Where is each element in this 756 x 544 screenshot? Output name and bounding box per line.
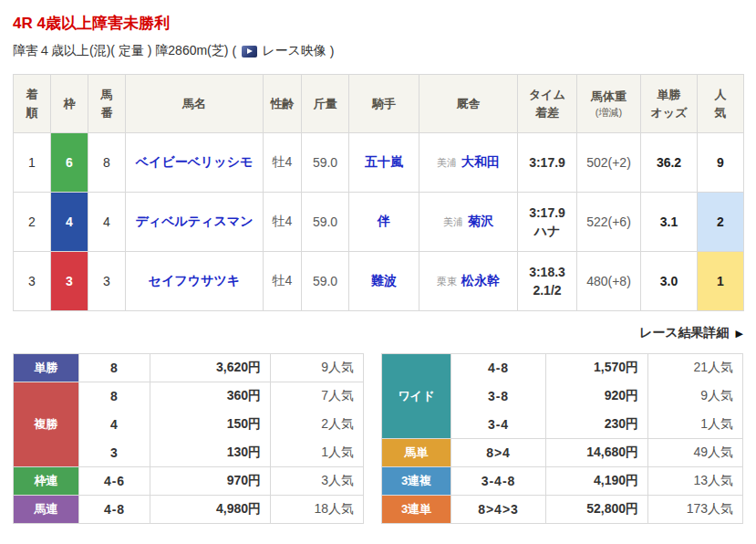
payout-row-fukusho-1: 複勝 8 360円 7人気 [14,382,364,411]
carried-weight: 59.0 [302,133,349,193]
paren-open: ( [232,44,236,58]
payout-combination: 8 [79,382,150,411]
payout-popularity: 2人気 [271,411,364,439]
payout-combination: 8 [79,354,150,382]
payout-row-umaren: 馬連 4-8 4,980円 18人気 [14,496,364,524]
time-margin: 3:17.9 [518,133,577,193]
col-stable: 厩舎 [419,75,518,133]
jockey-cell: 伴 [349,193,419,252]
payout-popularity: 9人気 [648,382,743,411]
payout-popularity: 7人気 [271,382,364,411]
payout-popularity: 173人気 [648,496,743,524]
payout-combination: 4-6 [79,467,150,496]
payout-popularity: 13人気 [648,467,743,496]
payout-combination: 3-4-8 [451,467,546,496]
popularity: 9 [698,133,744,193]
payout-amount: 920円 [546,382,648,411]
payout-popularity: 49人気 [648,439,743,467]
payout-amount: 14,680円 [546,439,648,467]
bet-type-trifecta: 3連単 [382,496,451,524]
result-row-2: 2 4 4 ディベルティスマン 牡4 59.0 伴 美浦菊沢 3:17.9ハナ … [14,193,744,252]
result-row-3: 3 3 3 セイフウサツキ 牡4 59.0 難波 栗東松永幹 3:18.32.1… [14,252,744,311]
payout-amount: 970円 [150,467,271,496]
horse-name-link[interactable]: セイフウサツキ [149,273,240,288]
bet-type-trio: 3連複 [382,467,451,496]
finish-position: 3 [14,252,51,311]
sex-age: 牡4 [264,252,302,311]
results-header-row: 着順 枠 馬番 馬名 性齢 斤量 騎手 厩舎 タイム着差 馬体重(増減) 単勝オ… [14,75,744,133]
stable-cell: 栗東松永幹 [419,252,518,311]
finish-position: 1 [14,133,51,193]
jockey-link[interactable]: 難波 [371,273,397,288]
bet-type-exacta: 馬単 [382,439,451,467]
horse-number: 8 [88,133,126,193]
horse-number: 3 [88,252,126,311]
detail-link-row: レース結果詳細▶ [13,325,743,341]
trainer-link[interactable]: 大和田 [461,154,500,169]
body-weight: 522(+6) [577,193,641,252]
payout-popularity: 3人気 [271,467,364,496]
payout-table-right: ワイド 4-8 1,570円 21人気 3-8 920円 9人気 3-4 230… [381,353,743,524]
popularity: 2 [698,193,744,252]
race-conditions-line: 障害４歳以上(混)( 定量 ) 障2860m(芝) ( レース映像 ) [13,43,743,59]
payout-combination: 4-8 [451,354,546,382]
col-finish: 着順 [14,75,51,133]
sex-age: 牡4 [264,193,302,252]
stable-region: 美浦 [437,157,457,168]
win-odds: 3.1 [641,193,698,252]
jockey-cell: 難波 [349,252,419,311]
jockey-link[interactable]: 五十嵐 [365,154,403,169]
payout-popularity: 18人気 [271,496,364,524]
payout-combination: 3 [79,439,150,467]
payout-row-sanrenpuku: 3連複 3-4-8 4,190円 13人気 [382,467,743,496]
win-odds: 36.2 [641,133,698,193]
race-results-table: 着順 枠 馬番 馬名 性齢 斤量 騎手 厩舎 タイム着差 馬体重(増減) 単勝オ… [13,74,744,311]
col-popularity: 人気 [698,75,744,133]
result-row-1: 1 6 8 ベイビーベリッシモ 牡4 59.0 五十嵐 美浦大和田 3:17.9… [14,133,744,193]
bet-type-win: 単勝 [14,354,79,382]
bet-type-quinella: 馬連 [14,496,79,524]
carried-weight: 59.0 [302,193,349,252]
payout-amount: 52,800円 [546,496,648,524]
jockey-cell: 五十嵐 [349,133,419,193]
race-result-detail-link[interactable]: レース結果詳細▶ [639,325,743,340]
trainer-link[interactable]: 松永幹 [461,273,500,288]
payout-popularity: 21人気 [648,354,743,382]
race-video-link[interactable]: レース映像 [240,43,326,59]
payout-popularity: 1人気 [648,411,743,439]
payout-popularity: 9人気 [271,354,364,382]
payout-combination: 3-4 [451,411,546,439]
payout-combination: 4-8 [79,496,150,524]
col-weight: 斤量 [302,75,349,133]
payout-table-left: 単勝 8 3,620円 9人気 複勝 8 360円 7人気 4 150円 2人気… [13,353,364,524]
horse-name-link[interactable]: ディベルティスマン [136,214,254,228]
horse-name-cell: セイフウサツキ [126,252,264,311]
video-play-icon [242,46,257,58]
frame-number: 6 [51,133,88,193]
jockey-link[interactable]: 伴 [378,214,390,228]
payout-amount: 360円 [150,382,271,411]
col-body-weight: 馬体重(増減) [577,75,641,133]
stable-cell: 美浦大和田 [419,133,518,193]
bet-type-bracket-quinella: 枠連 [14,467,79,496]
horse-name-link[interactable]: ベイビーベリッシモ [136,154,254,169]
race-conditions: 障害４歳以上(混)( 定量 ) 障2860m(芝) [13,43,228,59]
payout-amount: 4,190円 [546,467,648,496]
popularity: 1 [698,252,744,311]
col-time-margin: タイム着差 [518,75,577,133]
horse-number: 4 [88,193,126,252]
payout-row-wide-1: ワイド 4-8 1,570円 21人気 [382,354,743,382]
stable-cell: 美浦菊沢 [419,193,518,252]
frame-number: 4 [51,193,88,252]
payout-combination: 4 [79,411,150,439]
trainer-link[interactable]: 菊沢 [468,214,493,228]
win-odds: 3.0 [641,252,698,311]
race-video-label: レース映像 [262,43,326,59]
right-arrow-icon: ▶ [736,328,743,339]
payout-amount: 3,620円 [150,354,271,382]
col-horse-number: 馬番 [88,75,126,133]
col-sex-age: 性齢 [264,75,302,133]
payout-amount: 130円 [150,439,271,467]
sex-age: 牡4 [264,133,302,193]
horse-name-cell: ディベルティスマン [126,193,264,252]
